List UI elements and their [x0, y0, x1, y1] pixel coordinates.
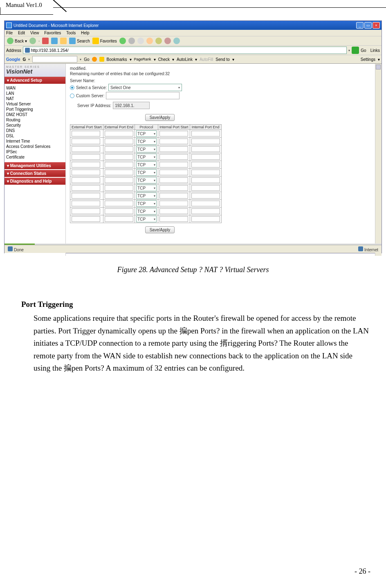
ext-start-input[interactable]: [72, 162, 100, 168]
nav-security[interactable]: Security: [6, 123, 64, 128]
address-dropdown[interactable]: ▾: [348, 49, 350, 52]
menu-help[interactable]: Help: [81, 31, 90, 35]
minimize-button[interactable]: _: [356, 22, 364, 29]
ext-start-input[interactable]: [72, 177, 100, 183]
int-end-input[interactable]: [191, 139, 220, 144]
extra-button-3[interactable]: [173, 38, 180, 44]
int-end-input[interactable]: [191, 146, 220, 152]
ext-end-input[interactable]: [105, 177, 133, 183]
nav-access-control[interactable]: Access Control Services: [6, 144, 64, 149]
forward-button[interactable]: [29, 38, 36, 44]
int-start-input[interactable]: [159, 208, 188, 214]
google-go[interactable]: Go: [84, 57, 89, 62]
menu-favorites[interactable]: Favorites: [44, 31, 61, 35]
stop-button[interactable]: [42, 38, 49, 44]
ext-end-input[interactable]: [105, 201, 133, 206]
ext-start-input[interactable]: [72, 139, 100, 144]
protocol-select[interactable]: TCP▾: [136, 161, 157, 168]
int-end-input[interactable]: [191, 177, 220, 183]
protocol-select[interactable]: TCP▾: [136, 146, 157, 152]
extra-button-2[interactable]: [164, 38, 171, 44]
mail-button[interactable]: [128, 38, 135, 44]
scroll-up-icon[interactable]: [376, 65, 381, 69]
google-check[interactable]: Check: [158, 57, 170, 62]
protocol-select[interactable]: TCP▾: [136, 200, 157, 207]
protocol-select[interactable]: TCP▾: [136, 208, 157, 215]
ext-start-input[interactable]: [72, 193, 100, 199]
ext-start-input[interactable]: [72, 201, 100, 206]
favorites-button[interactable]: Favorites: [92, 38, 117, 44]
save-apply-bottom[interactable]: Save/Apply: [145, 226, 175, 233]
maximize-button[interactable]: ▭: [364, 22, 372, 29]
menu-view[interactable]: View: [30, 31, 39, 35]
int-start-input[interactable]: [159, 193, 188, 199]
int-end-input[interactable]: [191, 216, 220, 222]
protocol-select[interactable]: TCP▾: [136, 177, 157, 183]
protocol-select[interactable]: TCP▾: [136, 130, 157, 137]
ext-end-input[interactable]: [105, 208, 133, 214]
google-pagerank[interactable]: PageRank: [134, 57, 151, 61]
protocol-select[interactable]: TCP▾: [136, 192, 157, 199]
ext-start-input[interactable]: [72, 146, 100, 152]
nav-dsl[interactable]: DSL: [6, 133, 64, 139]
close-button[interactable]: ×: [373, 22, 380, 29]
ext-start-input[interactable]: [72, 170, 100, 175]
ext-start-input[interactable]: [72, 154, 100, 160]
int-end-input[interactable]: [191, 208, 220, 214]
back-button[interactable]: Back ▾: [7, 38, 27, 44]
radio-custom-server[interactable]: [70, 94, 74, 98]
int-end-input[interactable]: [191, 170, 220, 175]
nav-dmz-host[interactable]: DMZ HOST: [6, 112, 64, 117]
int-start-input[interactable]: [159, 162, 188, 168]
nav-virtual-server[interactable]: Virtual Server: [6, 101, 64, 107]
ext-start-input[interactable]: [72, 216, 100, 222]
edit-button[interactable]: [146, 38, 153, 44]
int-start-input[interactable]: [159, 185, 188, 191]
google-autolink[interactable]: AutoLink: [177, 57, 193, 62]
section-diagnostics[interactable]: ▾ Diagnostics and Help: [4, 178, 65, 185]
int-start-input[interactable]: [159, 139, 188, 144]
ext-end-input[interactable]: [105, 154, 133, 160]
int-end-input[interactable]: [191, 162, 220, 168]
int-start-input[interactable]: [159, 201, 188, 206]
google-bookmarks[interactable]: Bookmarks: [107, 57, 127, 62]
ext-end-input[interactable]: [105, 139, 133, 144]
ext-end-input[interactable]: [105, 193, 133, 199]
int-end-input[interactable]: [191, 154, 220, 160]
ext-start-input[interactable]: [72, 208, 100, 214]
nav-port-triggering[interactable]: Port Triggering: [6, 107, 64, 112]
protocol-select[interactable]: TCP▾: [136, 138, 157, 145]
int-end-input[interactable]: [191, 193, 220, 199]
scrollbar[interactable]: [375, 64, 382, 256]
ext-end-input[interactable]: [105, 131, 133, 136]
ext-start-input[interactable]: [72, 185, 100, 191]
ext-start-input[interactable]: [72, 131, 100, 136]
nav-dns[interactable]: DNS: [6, 128, 64, 133]
protocol-select[interactable]: TCP▾: [136, 216, 157, 222]
ext-end-input[interactable]: [105, 170, 133, 175]
go-button[interactable]: [352, 47, 359, 54]
server-ip-input[interactable]: 192.168.1.: [113, 102, 150, 109]
nav-lan[interactable]: LAN: [6, 91, 64, 96]
section-connection-status[interactable]: ▾ Connection Status: [4, 170, 65, 177]
history-button[interactable]: [119, 38, 126, 44]
int-start-input[interactable]: [159, 154, 188, 160]
int-end-input[interactable]: [191, 201, 220, 206]
nav-wan[interactable]: WAN: [6, 85, 64, 91]
nav-certificate[interactable]: Certificate: [6, 154, 64, 160]
radio-select-service[interactable]: [70, 85, 74, 90]
menu-file[interactable]: File: [6, 31, 13, 35]
int-start-input[interactable]: [159, 131, 188, 136]
home-button[interactable]: [60, 38, 67, 44]
section-advanced-setup[interactable]: ▾ Advanced Setup: [4, 77, 65, 84]
int-start-input[interactable]: [159, 216, 188, 222]
int-start-input[interactable]: [159, 146, 188, 152]
nav-internet-time[interactable]: Internet Time: [6, 139, 64, 144]
print-button[interactable]: [137, 38, 144, 44]
nav-ipsec[interactable]: IPSec: [6, 149, 64, 154]
int-end-input[interactable]: [191, 131, 220, 136]
nav-nat[interactable]: NAT: [6, 96, 64, 101]
protocol-select[interactable]: TCP▾: [136, 154, 157, 160]
google-autofill[interactable]: AutoFill: [200, 57, 213, 62]
ext-end-input[interactable]: [105, 185, 133, 191]
